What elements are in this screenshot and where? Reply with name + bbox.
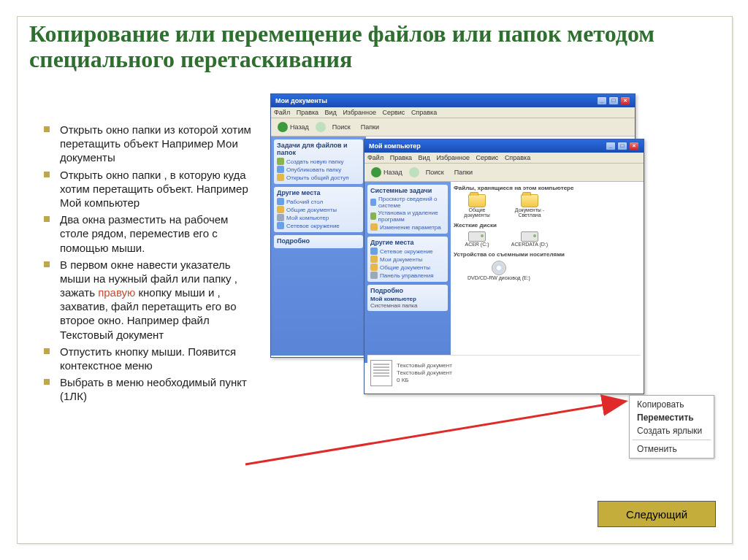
menubar: Файл Правка Вид Избранное Сервис Справка — [271, 107, 635, 118]
item-label: Документы - Светлана — [508, 207, 552, 218]
window-title: Мои документы — [275, 97, 327, 104]
back-button[interactable]: Назад — [367, 166, 406, 179]
menu-item[interactable]: Сервис — [476, 154, 499, 161]
folder-icon — [468, 194, 486, 207]
details-panel: Подробно — [274, 235, 363, 248]
panel-heading: Другие места — [370, 239, 445, 246]
menu-item[interactable]: Файл — [274, 109, 290, 116]
task-link[interactable]: Установка и удаление программ — [370, 210, 445, 223]
info-icon — [370, 199, 376, 206]
bullet-item: Открыть окно папки из которой хотим пере… — [44, 123, 259, 165]
window-my-computer: Мой компьютер _ □ × Файл Правка Вид Избр… — [364, 139, 644, 394]
back-button[interactable]: Назад — [274, 120, 313, 134]
place-link[interactable]: Мои документы — [370, 256, 445, 263]
window-buttons: _ □ × — [597, 96, 630, 105]
maximize-icon[interactable]: □ — [617, 142, 627, 150]
drive-item[interactable]: ACER (C:) — [455, 231, 499, 247]
panel-heading: Другие места — [277, 189, 360, 196]
share-icon — [277, 174, 284, 181]
menu-copy[interactable]: Копировать — [630, 398, 714, 411]
minimize-icon[interactable]: _ — [597, 96, 607, 105]
detail-name: Мой компьютер — [370, 296, 445, 302]
menubar: Файл Правка Вид Избранное Сервис Справка — [365, 153, 644, 164]
search-button[interactable]: Поиск — [422, 167, 448, 177]
bullet-item: Открыть окно папки , в которую куда хоти… — [44, 168, 259, 210]
menu-item[interactable]: Справка — [505, 154, 530, 161]
section-header: Файлы, хранящиеся на этом компьютере — [454, 185, 644, 191]
menu-item[interactable]: Вид — [419, 154, 430, 161]
place-link[interactable]: Общие документы — [277, 206, 360, 213]
menu-item[interactable]: Сервис — [383, 109, 405, 116]
toolbar: Назад Поиск Папки — [365, 164, 644, 182]
back-icon — [278, 122, 288, 132]
doc-size: 0 КБ — [397, 377, 452, 384]
details-panel: Подробно Мой компьютер Системная папка — [367, 285, 448, 311]
menu-item[interactable]: Правка — [390, 154, 412, 161]
minimize-icon[interactable]: _ — [606, 142, 616, 150]
place-link[interactable]: Мой компьютер — [277, 214, 360, 221]
panel-heading: Подробно — [370, 287, 445, 294]
place-link[interactable]: Сетевое окружение — [277, 222, 360, 229]
bullet-item: Выбрать в меню необходимый пункт (1ЛК) — [44, 375, 259, 403]
place-link[interactable]: Рабочий стол — [277, 198, 360, 205]
menu-item[interactable]: Файл — [367, 154, 383, 161]
dragged-doc[interactable]: Текстовый документ Текстовый документ 0 … — [367, 355, 641, 391]
doc-name: Текстовый документ — [397, 362, 452, 369]
forward-icon[interactable] — [316, 122, 326, 132]
svg-line-0 — [245, 402, 624, 464]
task-link[interactable]: Опубликовать папку — [277, 166, 360, 173]
menu-shortcuts[interactable]: Создать ярлыки — [630, 424, 714, 437]
menu-item[interactable]: Справка — [411, 109, 437, 116]
drive-icon — [468, 231, 486, 242]
task-link[interactable]: Просмотр сведений о системе — [370, 196, 445, 209]
bullet-item: В первом окне навести указатель мыши на … — [44, 258, 259, 342]
back-icon — [371, 167, 381, 177]
titlebar: Мой компьютер _ □ × — [365, 139, 644, 153]
shared-docs-icon — [370, 264, 378, 271]
folders-button[interactable]: Папки — [357, 122, 383, 132]
forward-icon[interactable] — [409, 167, 419, 177]
menu-item[interactable]: Вид — [325, 109, 337, 116]
place-link[interactable]: Общие документы — [370, 264, 445, 271]
cd-item[interactable]: DVD/CD-RW дисковод (E:) — [455, 261, 543, 280]
folder-item[interactable]: Общие документы — [455, 194, 499, 218]
addremove-icon — [370, 212, 376, 220]
section-header: Жесткие диски — [454, 222, 644, 229]
folder-item[interactable]: Документы - Светлана — [508, 194, 552, 218]
bullet-item: Отпустить кнопку мыши. Появится контекст… — [44, 345, 259, 372]
section-header: Устройства со съемными носителями — [454, 251, 644, 258]
screenshots-area: Мои документы _ □ × Файл Правка Вид Избр… — [270, 93, 643, 400]
item-label: DVD/CD-RW дисковод (E:) — [468, 275, 530, 280]
my-computer-icon — [277, 214, 284, 221]
menu-move[interactable]: Переместить — [630, 411, 714, 424]
menu-cancel[interactable]: Отменить — [630, 442, 714, 456]
task-link[interactable]: Открыть общий доступ — [277, 174, 360, 181]
menu-item[interactable]: Правка — [297, 109, 318, 116]
highlight-text: правую — [98, 286, 135, 299]
menu-item[interactable]: Избранное — [436, 154, 470, 161]
slide-frame: Копирование или перемещение файлов или п… — [17, 16, 733, 544]
next-button[interactable]: Следующий — [598, 501, 716, 527]
item-label: ACERDATA (D:) — [511, 242, 548, 247]
menu-separator — [633, 440, 711, 440]
task-link[interactable]: Создать новую папку — [277, 158, 360, 165]
network-icon — [277, 222, 284, 229]
my-docs-icon — [370, 256, 378, 263]
titlebar: Мои документы _ □ × — [271, 94, 635, 107]
panel-heading: Системные задачи — [370, 187, 445, 194]
menu-item[interactable]: Избранное — [343, 109, 376, 116]
close-icon[interactable]: × — [629, 142, 639, 150]
tasks-panel: Задачи для файлов и папок Создать новую … — [274, 139, 363, 184]
folders-button[interactable]: Папки — [451, 167, 476, 177]
folders-label: Папки — [454, 169, 473, 176]
search-label: Поиск — [332, 123, 351, 131]
place-link[interactable]: Сетевое окружение — [370, 248, 445, 255]
drive-item[interactable]: ACERDATA (D:) — [508, 231, 552, 247]
settings-icon — [370, 223, 378, 231]
maximize-icon[interactable]: □ — [608, 96, 619, 105]
task-link[interactable]: Изменение параметра — [370, 223, 445, 231]
place-link[interactable]: Панель управления — [370, 272, 445, 279]
search-button[interactable]: Поиск — [329, 122, 354, 132]
window-title: Мой компьютер — [369, 142, 421, 150]
close-icon[interactable]: × — [620, 96, 630, 105]
